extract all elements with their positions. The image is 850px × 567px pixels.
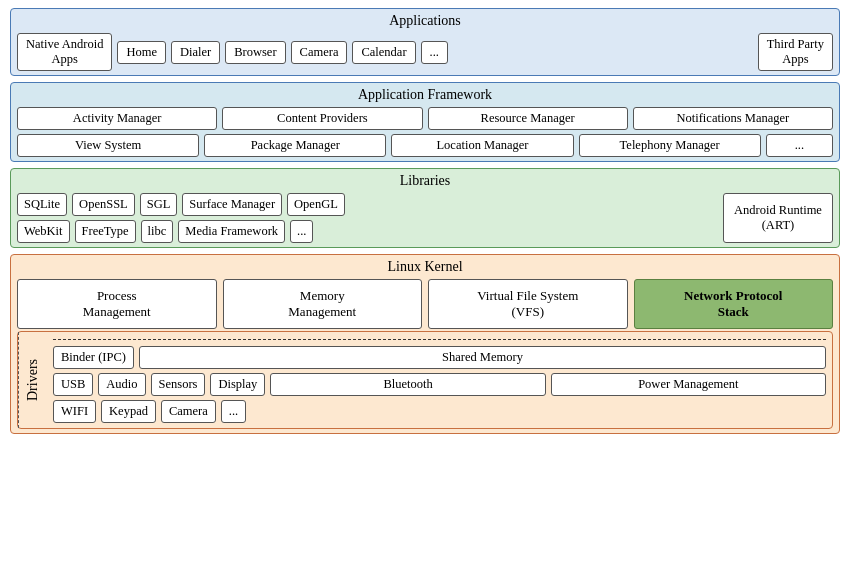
freetype-box: FreeType [75, 220, 136, 243]
more-framework: ... [766, 134, 833, 157]
resource-manager-box: Resource Manager [428, 107, 628, 130]
drivers-section: Drivers Binder (IPC) Shared Memory USB A… [17, 331, 833, 429]
usb-driver: USB [53, 373, 93, 396]
memory-management-box: MemoryManagement [223, 279, 423, 329]
wifi-driver: WIFI [53, 400, 96, 423]
keypad-driver: Keypad [101, 400, 156, 423]
framework-title: Application Framework [17, 87, 833, 103]
vfs-box: Virtual File System(VFS) [428, 279, 628, 329]
framework-row1: Activity Manager Content Providers Resou… [17, 107, 833, 130]
media-framework-box: Media Framework [178, 220, 285, 243]
framework-row2: View System Package Manager Location Man… [17, 134, 833, 157]
drivers-content: Binder (IPC) Shared Memory USB Audio Sen… [47, 332, 832, 428]
network-protocol-stack-box: Network ProtocolStack [634, 279, 834, 329]
applications-title: Applications [17, 13, 833, 29]
opengl-box: OpenGL [287, 193, 345, 216]
applications-row: Native AndroidApps Home Dialer Browser C… [17, 33, 833, 71]
libraries-row1: SQLite OpenSSL SGL Surface Manager OpenG… [17, 193, 717, 216]
process-management-box: ProcessManagement [17, 279, 217, 329]
libraries-row2: WebKit FreeType libc Media Framework ... [17, 220, 717, 243]
view-system-box: View System [17, 134, 199, 157]
location-manager-box: Location Manager [391, 134, 573, 157]
native-android-apps-box: Native AndroidApps [17, 33, 112, 71]
sqlite-box: SQLite [17, 193, 67, 216]
kernel-content: ProcessManagement MemoryManagement Virtu… [17, 279, 833, 329]
notifications-manager-box: Notifications Manager [633, 107, 833, 130]
drivers-top-row: Binder (IPC) Shared Memory [53, 346, 826, 369]
libraries-content: SQLite OpenSSL SGL Surface Manager OpenG… [17, 193, 833, 243]
drivers-row2: WIFI Keypad Camera ... [53, 400, 826, 423]
sgl-box: SGL [140, 193, 178, 216]
drivers-row1: USB Audio Sensors Display Bluetooth Powe… [53, 373, 826, 396]
framework-rows: Activity Manager Content Providers Resou… [17, 107, 833, 157]
content-providers-box: Content Providers [222, 107, 422, 130]
dashed-divider [53, 339, 826, 340]
activity-manager-box: Activity Manager [17, 107, 217, 130]
libraries-left: SQLite OpenSSL SGL Surface Manager OpenG… [17, 193, 717, 243]
browser-app: Browser [225, 41, 285, 64]
kernel-layer: Linux Kernel ProcessManagement MemoryMan… [10, 254, 840, 434]
audio-driver: Audio [98, 373, 145, 396]
more-drivers: ... [221, 400, 246, 423]
libraries-layer: Libraries SQLite OpenSSL SGL Surface Man… [10, 168, 840, 248]
dialer-app: Dialer [171, 41, 220, 64]
drivers-label: Drivers [18, 332, 47, 428]
architecture-diagram: Applications Native AndroidApps Home Dia… [0, 0, 850, 442]
third-party-apps-box: Third PartyApps [758, 33, 833, 71]
camera-app: Camera [291, 41, 348, 64]
binder-ipc-box: Binder (IPC) [53, 346, 134, 369]
android-runtime-box: Android Runtime(ART) [723, 193, 833, 243]
shared-memory-box: Shared Memory [139, 346, 826, 369]
libraries-title: Libraries [17, 173, 833, 189]
calendar-app: Calendar [352, 41, 415, 64]
webkit-box: WebKit [17, 220, 70, 243]
app-items-group: Home Dialer Browser Camera Calendar ... [117, 41, 752, 64]
libc-box: libc [141, 220, 174, 243]
framework-layer: Application Framework Activity Manager C… [10, 82, 840, 162]
display-driver: Display [210, 373, 265, 396]
sensors-driver: Sensors [151, 373, 206, 396]
more-libraries: ... [290, 220, 313, 243]
kernel-title: Linux Kernel [17, 259, 833, 275]
telephony-manager-box: Telephony Manager [579, 134, 761, 157]
openssl-box: OpenSSL [72, 193, 135, 216]
power-management-driver: Power Management [551, 373, 826, 396]
applications-layer: Applications Native AndroidApps Home Dia… [10, 8, 840, 76]
home-app: Home [117, 41, 166, 64]
package-manager-box: Package Manager [204, 134, 386, 157]
camera-driver: Camera [161, 400, 216, 423]
surface-manager-box: Surface Manager [182, 193, 282, 216]
more-apps: ... [421, 41, 448, 64]
bluetooth-driver: Bluetooth [270, 373, 545, 396]
